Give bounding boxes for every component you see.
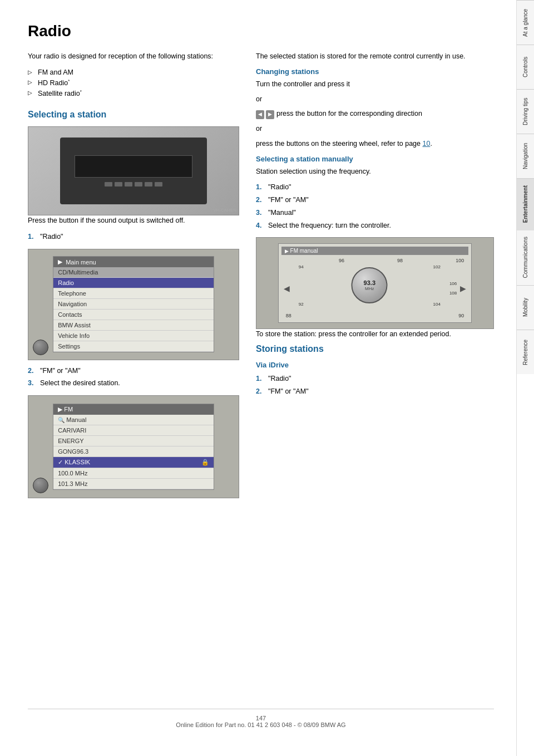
sidebar-tab-navigation[interactable]: Navigation [517, 134, 534, 178]
storing-stations-title: Storing stations [256, 344, 494, 354]
step-2: 2. "FM" or "AM" [28, 365, 239, 377]
bullet-item-hd: HD Radio* [28, 77, 239, 88]
fm-tuner-image: ▶ FM manual 96 98 100 ◀ [256, 237, 494, 329]
page-footer: 147 Online Edition for Part no. 01 41 2 … [28, 709, 494, 734]
frequency-value: 93.3 [364, 279, 375, 286]
head-unit-image: VH-CAHEN [28, 126, 239, 215]
menu-screen-image: ▶ Main menu CD/Multimedia Radio Telephon… [28, 249, 239, 360]
or-2: or [256, 124, 494, 134]
selecting-manually-subtitle: Station selection using the frequency. [256, 166, 494, 177]
selecting-steps-2-3: 2. "FM" or "AM" 3. Select the desired st… [28, 365, 239, 390]
menu-item-settings: Settings [53, 341, 214, 352]
station-100mhz: 100.0 MHz [53, 468, 214, 479]
footer-text: Online Edition for Part no. 01 41 2 603 … [176, 721, 345, 728]
page-link-10[interactable]: 10 [423, 140, 431, 148]
freq-left-arrow[interactable]: ◀ [284, 284, 290, 293]
station-manual: 🔍 Manual [53, 415, 214, 425]
menu-item-cd: CD/Multimedia [53, 267, 214, 278]
arrow-right-icon: ▶ [266, 110, 274, 119]
idrive-knob-2 [33, 478, 48, 493]
frequency-unit: MHz [365, 286, 374, 291]
menu-item-vehicleinfo: Vehicle Info [53, 331, 214, 341]
menu-item-bmwassist: BMW Assist [53, 320, 214, 331]
step-1: 1. "Radio" [28, 230, 239, 243]
menu-item-contacts: Contacts [53, 310, 214, 320]
storing-steps-list: 1. "Radio" 2. "FM" or "AM" [256, 372, 494, 398]
sidebar-tab-entertainment[interactable]: Entertainment [517, 178, 534, 229]
lock-icon: 🔒 [201, 459, 209, 466]
watermark: VH-CAHEN [213, 208, 236, 213]
changing-stations-title: Changing stations [256, 67, 494, 76]
station-list-inner: ▶ FM 🔍 Manual CARIVARI ENERGY GONG96.3 ✓… [53, 404, 214, 490]
fm-manual-container: ▶ FM manual 96 98 100 ◀ [278, 243, 472, 323]
sidebar-tab-mobility[interactable]: Mobility [517, 285, 534, 330]
menu-item-radio: Radio [53, 278, 214, 288]
changing-text1: Turn the controller and press it [256, 79, 494, 90]
changing-text2: ◀ ▶ press the button for the correspondi… [256, 109, 494, 119]
manual-step-3: 3. "Manual" [256, 207, 494, 219]
fm-title: ▶ FM manual [281, 247, 469, 255]
arrow-left-icon: ◀ [256, 110, 264, 119]
or-1: or [256, 94, 494, 105]
station-klassik: ✓ KLASSIK 🔒 [53, 457, 214, 468]
manual-step-4: 4. Select the frequency: turn the contro… [256, 219, 494, 232]
menu-title-bar: ▶ Main menu [53, 257, 214, 267]
sidebar: At a glance Controls Driving tips Naviga… [516, 0, 534, 756]
sidebar-tab-reference[interactable]: Reference [517, 330, 534, 374]
sidebar-tab-driving-tips[interactable]: Driving tips [517, 89, 534, 134]
selecting-manually-title: Selecting a station manually [256, 155, 494, 163]
sidebar-tab-at-a-glance[interactable]: At a glance [517, 0, 534, 45]
bullet-item-satellite: Satellite radio* [28, 88, 239, 99]
station-carivari: CARIVARI [53, 425, 214, 436]
selecting-station-title: Selecting a station [28, 110, 239, 120]
step-3: 3. Select the desired station. [28, 377, 239, 390]
sidebar-tab-communications[interactable]: Communications [517, 229, 534, 284]
idrive-knob [33, 340, 48, 355]
station-gong: GONG96.3 [53, 446, 214, 457]
freq-right-arrow: ▶ [460, 284, 466, 293]
bullet-item-fm: FM and AM [28, 67, 239, 77]
sidebar-tab-controls[interactable]: Controls [517, 45, 534, 89]
manual-step-2: 2. "FM" or "AM" [256, 194, 494, 207]
manual-step-1: 1. "Radio" [256, 181, 494, 194]
storing-step-1: 1. "Radio" [256, 372, 494, 385]
bullet-list: FM and AM HD Radio* Satellite radio* [28, 67, 239, 99]
menu-item-telephone: Telephone [53, 288, 214, 299]
selected-station-text: The selected station is stored for the r… [256, 51, 494, 62]
page-title: Radio [28, 22, 494, 40]
station-101mhz: 101.3 MHz [53, 479, 214, 489]
via-idrive-title: Via iDrive [256, 361, 494, 369]
manual-steps-list: 1. "Radio" 2. "FM" or "AM" 3. "Manual" 4… [256, 181, 494, 232]
menu-screen-inner: ▶ Main menu CD/Multimedia Radio Telephon… [53, 256, 214, 352]
store-station-text: To store the station: press the controll… [256, 329, 494, 340]
station-list-image: ▶ FM 🔍 Manual CARIVARI ENERGY GONG96.3 ✓… [28, 395, 239, 498]
menu-item-navigation: Navigation [53, 299, 214, 310]
press-button-text: Press the button if the sound output is … [28, 215, 239, 226]
storing-step-2: 2. "FM" or "AM" [256, 385, 494, 398]
station-list-title: ▶ FM [53, 404, 214, 415]
station-energy: ENERGY [53, 436, 214, 446]
changing-text3: press the buttons on the steering wheel,… [256, 139, 494, 149]
selecting-steps-list: 1. "Radio" [28, 230, 239, 243]
intro-text: Your radio is designed for reception of … [28, 51, 239, 62]
page-number: 147 [256, 715, 266, 721]
